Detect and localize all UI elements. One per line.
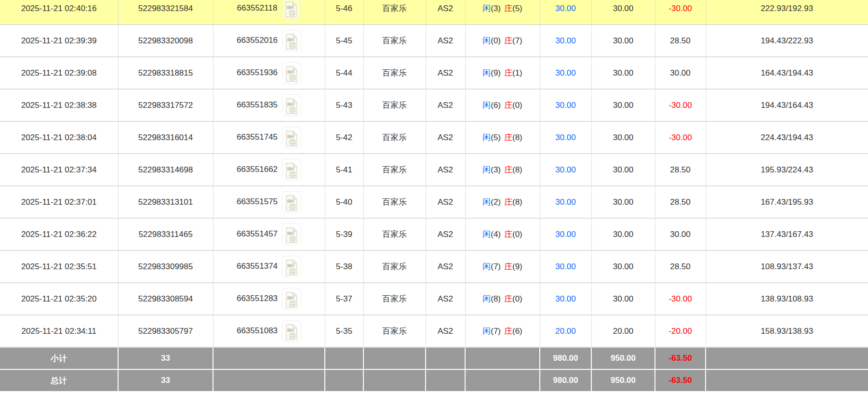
round-cell: 5-39 (325, 218, 363, 250)
table-name-cell: AS2 (426, 25, 465, 57)
game-type-cell: 百家乐 (363, 57, 426, 89)
order-id-cell: 522983317572 (118, 89, 213, 121)
result-player-label: 闲 (482, 68, 491, 78)
bet-amount-cell: 20.00 (540, 315, 591, 347)
bet-amount-cell: 30.00 (540, 25, 591, 57)
game-id-text: 663551575 (237, 197, 278, 206)
bet-time-cell: 2025-11-21 02:36:22 (0, 218, 118, 250)
video-file-icon (285, 195, 298, 211)
balance-cell: 138.93/108.93 (706, 283, 868, 315)
result-banker-score: (0) (512, 230, 522, 239)
result-player-score: (8) (491, 294, 501, 303)
history-row[interactable]: 2025-11-21 02:35:51 522983309985 6635513… (0, 250, 868, 283)
result-player-score: (7) (491, 262, 501, 271)
game-id-text: 663551745 (237, 132, 278, 142)
result-banker-score: (6) (512, 327, 522, 336)
video-replay-button[interactable] (282, 94, 301, 116)
order-id-cell: 522983313101 (118, 186, 213, 218)
video-file-icon (284, 1, 298, 18)
result-player-label: 闲 (482, 36, 491, 45)
game-id-cell: 663551374 (213, 250, 325, 283)
history-row[interactable]: 2025-11-21 02:38:04 522983316014 6635517… (0, 121, 868, 154)
video-replay-button[interactable] (282, 256, 301, 277)
table-name-cell: AS2 (426, 154, 465, 186)
game-id-cell: 663551457 (213, 218, 325, 250)
video-file-icon (285, 163, 298, 179)
result-banker-label: 庄 (504, 133, 512, 142)
table-name-cell: AS2 (426, 89, 465, 121)
valid-amount-cell: 30.00 (591, 0, 655, 25)
history-row[interactable]: 2025-11-21 02:34:11 522983305797 6635510… (0, 315, 868, 347)
video-file-icon (285, 131, 298, 147)
result-banker-score: (8) (512, 165, 522, 174)
history-row[interactable]: 2025-11-21 02:38:38 522983317572 6635518… (0, 89, 868, 121)
order-id-cell: 522983314698 (118, 154, 213, 186)
game-type-cell: 百家乐 (363, 121, 426, 154)
balance-cell: 194.43/164.43 (706, 89, 868, 121)
game-id-text: 663551662 (237, 165, 278, 174)
result-banker-score: (0) (512, 101, 522, 110)
video-replay-button[interactable] (282, 223, 301, 245)
game-id-text: 663552016 (237, 36, 278, 45)
result-cell: 闲(7)庄(9) (465, 250, 540, 283)
bet-time-cell: 2025-11-21 02:35:20 (0, 283, 118, 315)
video-replay-button[interactable] (282, 30, 301, 52)
winloss-cell: 28.50 (655, 250, 706, 283)
result-banker-label: 庄 (504, 327, 512, 336)
table-name-cell: AS2 (426, 218, 465, 250)
round-cell: 5-43 (325, 89, 363, 121)
history-row[interactable]: 2025-11-21 02:37:34 522983314698 6635516… (0, 154, 868, 186)
valid-amount-cell: 30.00 (591, 25, 655, 57)
bet-amount-cell: 30.00 (540, 283, 591, 315)
history-row[interactable]: 2025-11-21 02:37:01 522983313101 6635515… (0, 186, 868, 218)
result-player-score: (0) (491, 36, 501, 45)
bet-amount-cell: 30.00 (540, 57, 591, 89)
balance-cell: 195.93/224.43 (706, 154, 868, 186)
result-player-score: (3) (491, 4, 501, 13)
game-type-cell: 百家乐 (363, 186, 426, 218)
video-replay-button[interactable] (282, 288, 301, 310)
summary-table-body: 小计 33 980.00 950.00 -63.50 总计 33 (0, 347, 868, 392)
result-cell: 闲(0)庄(7) (465, 25, 540, 57)
result-banker-label: 庄 (504, 197, 512, 207)
order-id-cell: 522983320098 (118, 25, 213, 57)
valid-amount-cell: 30.00 (591, 57, 655, 89)
bet-time-cell: 2025-11-21 02:37:34 (0, 154, 118, 186)
history-row[interactable]: 2025-11-21 02:39:08 522983318815 6635519… (0, 57, 868, 89)
game-type-cell: 百家乐 (363, 218, 426, 250)
balance-cell: 167.43/195.93 (706, 186, 868, 218)
video-replay-button[interactable] (281, 0, 301, 19)
game-type-cell: 百家乐 (363, 0, 426, 25)
bet-amount-cell: 30.00 (540, 250, 591, 283)
history-row[interactable]: 2025-11-21 02:36:22 522983311465 6635514… (0, 218, 868, 250)
result-player-score: (3) (491, 165, 501, 174)
video-replay-button[interactable] (282, 320, 301, 342)
game-id-cell: 663551745 (213, 121, 325, 154)
result-player-label: 闲 (482, 165, 491, 174)
winloss-cell: -30.00 (655, 121, 706, 154)
round-cell: 5-45 (325, 25, 363, 57)
video-file-icon (285, 98, 298, 115)
valid-amount-cell: 20.00 (591, 315, 655, 347)
video-replay-button[interactable] (282, 191, 301, 213)
game-id-text: 663551936 (237, 68, 278, 77)
result-banker-score: (9) (512, 262, 522, 271)
game-type-cell: 百家乐 (363, 250, 426, 283)
total-label: 总计 (0, 369, 118, 392)
valid-amount-cell: 30.00 (591, 186, 655, 218)
video-replay-button[interactable] (282, 159, 301, 181)
result-banker-label: 庄 (504, 230, 512, 239)
history-row[interactable]: 2025-11-21 02:35:20 522983308594 6635512… (0, 283, 868, 315)
result-banker-label: 庄 (504, 101, 512, 110)
result-player-label: 闲 (482, 4, 491, 13)
history-row[interactable]: 2025-11-21 02:40:16 522983321584 6635521… (0, 0, 868, 25)
round-cell: 5-46 (325, 0, 363, 25)
order-id-cell: 522983316014 (118, 121, 213, 154)
history-table-body: 2025-11-21 02:40:16 522983321584 6635521… (0, 0, 868, 347)
bet-time-cell: 2025-11-21 02:35:51 (0, 250, 118, 283)
video-replay-button[interactable] (282, 127, 301, 148)
history-row[interactable]: 2025-11-21 02:39:39 522983320098 6635520… (0, 25, 868, 57)
video-replay-button[interactable] (282, 62, 301, 84)
game-id-text: 663551835 (237, 100, 278, 109)
video-file-icon (285, 34, 298, 50)
